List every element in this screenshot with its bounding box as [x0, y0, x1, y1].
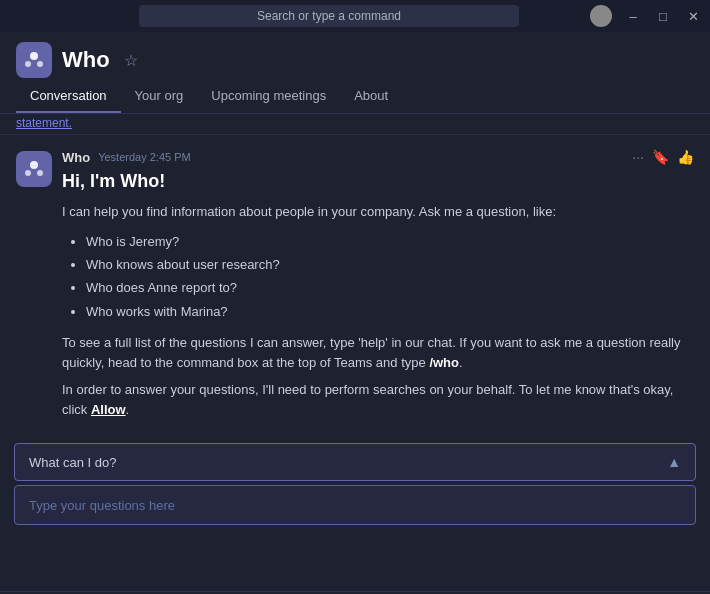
more-options-icon[interactable]: ··· — [632, 149, 644, 165]
list-item: Who does Anne report to? — [86, 276, 694, 299]
message-help: To see a full list of the questions I ca… — [62, 333, 694, 372]
content-area: statement. Who Yesterday 2:45 PM ··· 🔖 👍… — [0, 114, 710, 591]
app-icon — [16, 42, 52, 78]
chevron-up-icon: ▲ — [667, 454, 681, 470]
title-bar: Search or type a command – □ ✕ — [0, 0, 710, 32]
bot-avatar — [16, 151, 52, 187]
maximize-button[interactable]: □ — [654, 9, 672, 24]
input-placeholder: Type your questions here — [29, 498, 175, 513]
search-bar[interactable]: Search or type a command — [139, 5, 519, 27]
minimize-button[interactable]: – — [624, 9, 642, 24]
message-allow: In order to answer your questions, I'll … — [62, 380, 694, 419]
message-actions: ··· 🔖 👍 — [632, 149, 694, 165]
partial-text-row: statement. — [0, 114, 710, 135]
like-icon[interactable]: 👍 — [677, 149, 694, 165]
tab-conversation[interactable]: Conversation — [16, 80, 121, 113]
statement-link[interactable]: statement. — [16, 116, 72, 130]
window-controls: – □ ✕ — [590, 5, 702, 27]
message-header: Who Yesterday 2:45 PM ··· 🔖 👍 — [62, 149, 694, 165]
message-intro: I can help you find information about pe… — [62, 202, 694, 222]
search-text: Search or type a command — [257, 9, 401, 23]
what-can-i-do-bar[interactable]: What can I do? ▲ — [14, 443, 696, 481]
example-list: Who is Jeremy? Who knows about user rese… — [62, 230, 694, 324]
svg-point-2 — [37, 61, 43, 67]
list-item: Who knows about user research? — [86, 253, 694, 276]
message-title: Hi, I'm Who! — [62, 171, 694, 192]
tab-your-org[interactable]: Your org — [121, 80, 198, 113]
message-author: Who — [62, 150, 90, 165]
tab-about[interactable]: About — [340, 80, 402, 113]
allow-link[interactable]: Allow — [91, 402, 126, 417]
tab-upcoming-meetings[interactable]: Upcoming meetings — [197, 80, 340, 113]
favorite-icon[interactable]: ☆ — [124, 51, 138, 70]
svg-point-4 — [25, 170, 31, 176]
list-item: Who is Jeremy? — [86, 230, 694, 253]
message-input[interactable]: Type your questions here — [14, 485, 696, 525]
svg-point-1 — [25, 61, 31, 67]
app-header: Who ☆ — [0, 32, 710, 78]
what-bar-label: What can I do? — [29, 455, 116, 470]
tabs-bar: Conversation Your org Upcoming meetings … — [0, 80, 710, 114]
close-button[interactable]: ✕ — [684, 9, 702, 24]
svg-point-3 — [30, 161, 38, 169]
svg-point-0 — [30, 52, 38, 60]
list-item: Who works with Marina? — [86, 300, 694, 323]
user-avatar — [590, 5, 612, 27]
bookmark-icon[interactable]: 🔖 — [652, 149, 669, 165]
app-title: Who — [62, 47, 110, 73]
message-body: Who Yesterday 2:45 PM ··· 🔖 👍 Hi, I'm Wh… — [62, 149, 694, 427]
svg-point-5 — [37, 170, 43, 176]
message-block: Who Yesterday 2:45 PM ··· 🔖 👍 Hi, I'm Wh… — [0, 135, 710, 437]
message-time: Yesterday 2:45 PM — [98, 151, 191, 163]
